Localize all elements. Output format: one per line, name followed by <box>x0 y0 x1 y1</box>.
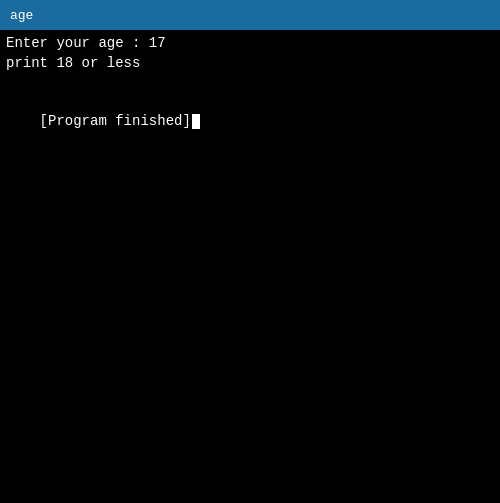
terminal-line-3 <box>6 73 494 93</box>
terminal-line-2: print 18 or less <box>6 54 494 74</box>
terminal-cursor <box>192 114 200 129</box>
terminal-line-4: [Program finished] <box>6 93 494 152</box>
title-bar: age <box>0 0 500 30</box>
terminal-output: Enter your age : 17 print 18 or less [Pr… <box>0 30 500 503</box>
title-bar-text: age <box>10 8 33 23</box>
terminal-line-1: Enter your age : 17 <box>6 34 494 54</box>
